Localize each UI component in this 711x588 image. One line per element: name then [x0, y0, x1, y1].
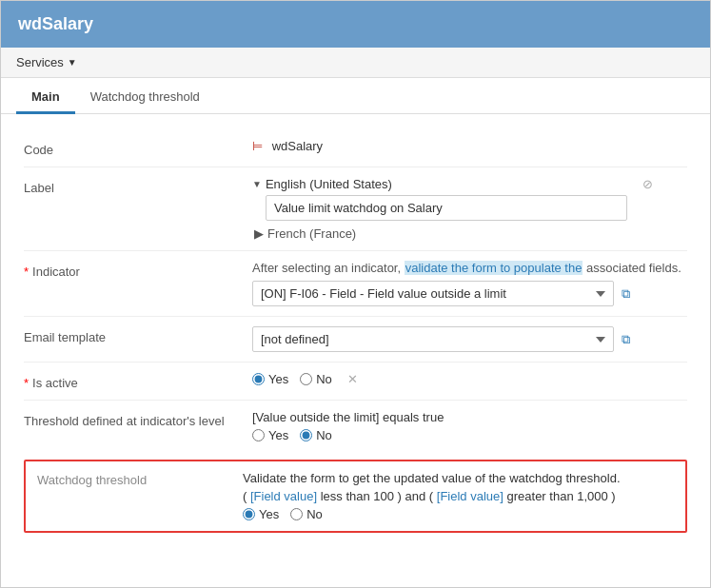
- code-text: wdSalary: [272, 139, 323, 153]
- code-label: Code: [24, 139, 233, 157]
- app-container: wdSalary Services ▼ Main Watchdog thresh…: [0, 0, 711, 588]
- watchdog-threshold-label: Watchdog threshold: [37, 471, 224, 521]
- threshold-defined-value: [Value outside the limit] equals true Ye…: [252, 410, 687, 442]
- threshold-no-option[interactable]: No: [300, 428, 332, 442]
- email-template-row: Email template [not defined] ⧉: [24, 317, 687, 362]
- indicator-select[interactable]: [ON] F-I06 - Field - Field value outside…: [252, 281, 614, 306]
- watchdog-threshold-note: Validate the form to get the updated val…: [243, 471, 674, 485]
- label-edit-icon[interactable]: ⊘: [642, 177, 653, 191]
- label-value: ▼ English (United States) ▶ French (Fran…: [252, 177, 687, 241]
- watchdog-radio-group: Yes No: [243, 507, 674, 521]
- email-template-label: Email template: [24, 326, 233, 344]
- threshold-defined-text: [Value outside the limit] equals true: [252, 410, 687, 424]
- is-active-no-option[interactable]: No: [300, 372, 332, 386]
- services-button[interactable]: Services ▼: [16, 55, 77, 69]
- threshold-yes-radio[interactable]: [252, 429, 265, 441]
- form-area: Code ⊨ wdSalary Label ▼ English (United …: [1, 114, 710, 556]
- app-header: wdSalary: [1, 1, 710, 48]
- threshold-defined-label: Threshold defined at indicator's level: [24, 410, 233, 428]
- is-active-yes-radio[interactable]: [252, 373, 265, 385]
- code-row: Code ⊨ wdSalary: [24, 129, 687, 167]
- watchdog-no-label: No: [306, 507, 323, 521]
- watchdog-yes-option[interactable]: Yes: [243, 507, 279, 521]
- lang-english-label: English (United States): [266, 177, 392, 191]
- field-value-1: [Field value]: [250, 489, 317, 503]
- tab-main[interactable]: Main: [16, 82, 75, 114]
- lang-french-toggle[interactable]: ▶ French (France): [254, 226, 627, 241]
- code-icon: ⊨: [252, 139, 263, 153]
- caret-right-icon: ▶: [254, 226, 264, 241]
- indicator-note-highlight: validate the form to populate the: [405, 261, 583, 275]
- threshold-no-label: No: [316, 428, 332, 442]
- is-active-no-label: No: [316, 372, 332, 386]
- tabs-container: Main Watchdog threshold: [1, 82, 710, 114]
- watchdog-yes-radio[interactable]: [243, 508, 255, 520]
- email-template-select[interactable]: [not defined]: [252, 326, 614, 352]
- indicator-select-container: [ON] F-I06 - Field - Field value outside…: [252, 281, 687, 306]
- watchdog-threshold-formula: ( [Field value] less than 100 ) and ( [F…: [243, 489, 674, 503]
- is-active-yes-option[interactable]: Yes: [252, 372, 288, 386]
- field-value-2: [Field value]: [437, 489, 504, 503]
- threshold-no-radio[interactable]: [300, 429, 312, 441]
- threshold-defined-row: Threshold defined at indicator's level […: [24, 401, 687, 452]
- threshold-defined-radio-group: Yes No: [252, 428, 687, 442]
- label-input[interactable]: [266, 195, 627, 221]
- is-active-row: *Is active Yes No ✕: [24, 363, 687, 400]
- watchdog-threshold-row: Watchdog threshold Validate the form to …: [24, 460, 687, 533]
- watchdog-yes-label: Yes: [259, 507, 279, 521]
- toolbar: Services ▼: [1, 48, 710, 78]
- threshold-yes-option[interactable]: Yes: [252, 428, 288, 442]
- is-active-clear-icon[interactable]: ✕: [347, 372, 358, 386]
- tab-watchdog-threshold[interactable]: Watchdog threshold: [75, 82, 215, 114]
- code-value: ⊨ wdSalary: [252, 139, 687, 153]
- threshold-yes-label: Yes: [268, 428, 288, 442]
- is-active-required-star: *: [24, 376, 29, 390]
- content-area: Main Watchdog threshold Code ⊨ wdSalary …: [1, 78, 710, 587]
- label-label: Label: [24, 177, 233, 195]
- indicator-external-link-icon[interactable]: ⧉: [622, 286, 630, 302]
- is-active-label: *Is active: [24, 372, 233, 390]
- label-row: Label ▼ English (United States): [24, 167, 687, 250]
- indicator-note: After selecting an indicator, validate t…: [252, 261, 687, 275]
- watchdog-no-radio[interactable]: [290, 508, 303, 520]
- caret-down-icon: ▼: [252, 179, 262, 189]
- lang-french-label: French (France): [267, 226, 356, 241]
- indicator-value: After selecting an indicator, validate t…: [252, 261, 687, 306]
- services-label: Services: [16, 55, 64, 69]
- app-title: wdSalary: [18, 14, 93, 33]
- is-active-radio-group: Yes No ✕: [252, 372, 687, 386]
- email-template-value: [not defined] ⧉: [252, 326, 687, 352]
- indicator-row: *Indicator After selecting an indicator,…: [24, 251, 687, 316]
- is-active-no-radio[interactable]: [300, 373, 312, 385]
- is-active-yes-label: Yes: [268, 372, 288, 386]
- lang-english-toggle[interactable]: ▼ English (United States): [252, 177, 627, 191]
- email-template-external-link-icon[interactable]: ⧉: [622, 332, 630, 347]
- is-active-value: Yes No ✕: [252, 372, 687, 386]
- watchdog-no-option[interactable]: No: [290, 507, 323, 521]
- watchdog-threshold-value: Validate the form to get the updated val…: [243, 471, 674, 521]
- required-star: *: [24, 265, 29, 279]
- services-caret-icon: ▼: [68, 57, 77, 68]
- indicator-label: *Indicator: [24, 261, 233, 279]
- email-row: [not defined] ⧉: [252, 326, 687, 352]
